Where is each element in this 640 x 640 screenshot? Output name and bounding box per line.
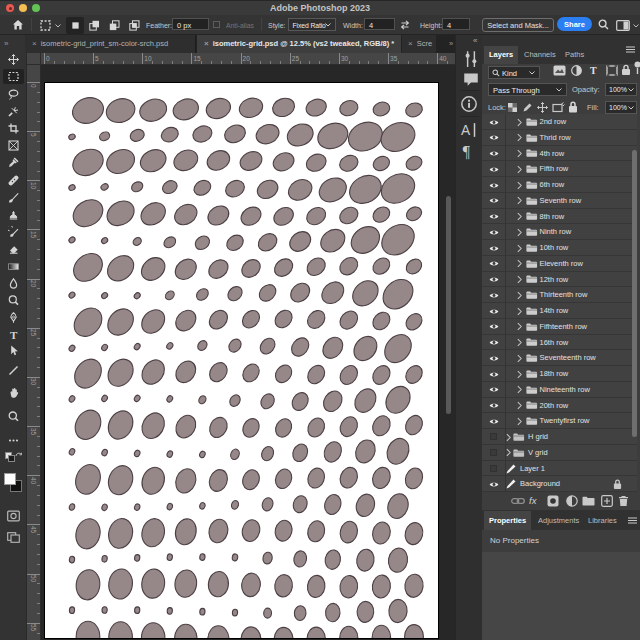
svg-text:¶: ¶ — [463, 143, 471, 160]
svg-text:T: T — [10, 329, 18, 340]
svg-text:A: A — [461, 123, 471, 138]
